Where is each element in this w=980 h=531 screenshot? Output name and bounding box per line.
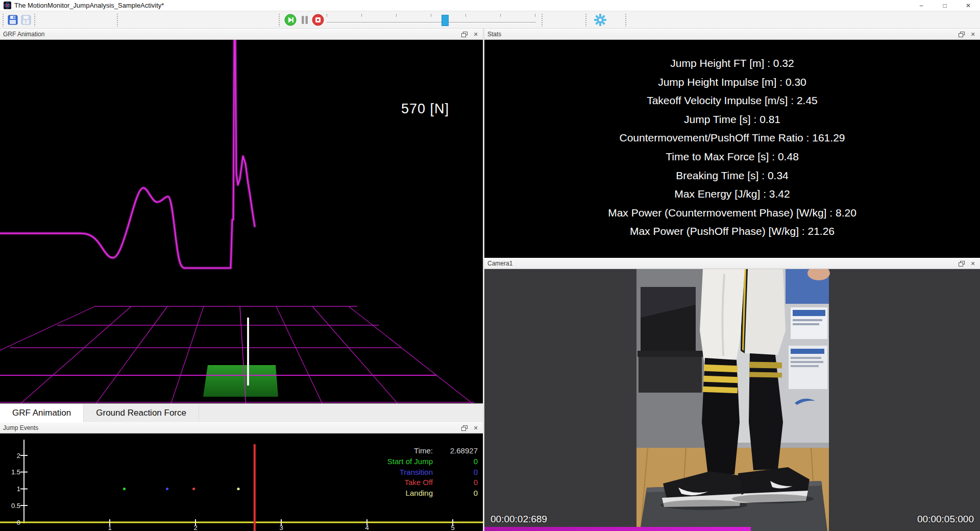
video-current-time: 00:00:02:689 (491, 514, 547, 525)
timeline-slider[interactable] (327, 22, 536, 23)
toolbar-grip[interactable] (541, 13, 543, 27)
play-button[interactable] (284, 13, 297, 27)
stat-line: Max Power (PushOff Phase) [W/kg] : 21.26 (484, 222, 980, 241)
x-tick-label: 1 (105, 524, 115, 531)
save-icon (8, 15, 18, 25)
force-plate (203, 365, 278, 397)
close-panel-icon[interactable]: ✕ (472, 30, 480, 38)
close-button[interactable]: ✕ (957, 0, 980, 11)
camera-video-frame (484, 269, 980, 531)
close-icon: ✕ (966, 2, 971, 9)
jump-events-panel-header: Jump Events ✕ (0, 422, 483, 433)
save-as-button[interactable]: ? (19, 13, 33, 27)
toolbar-grip[interactable] (2, 13, 4, 27)
tab-grf-animation[interactable]: GRF Animation (0, 404, 84, 422)
play-icon (284, 14, 297, 26)
stats-panel-title: Stats (487, 31, 501, 38)
force-readout: 570 [N] (401, 101, 449, 117)
legend-landing-label: Landing (351, 488, 433, 499)
svg-text:?: ? (24, 19, 27, 25)
video-progress-bar[interactable] (484, 527, 751, 531)
y-tick-label: 0 (4, 519, 20, 526)
stat-line: Breaking Time [s] : 0.34 (484, 166, 980, 185)
stat-line: Jump Height Impulse [m] : 0.30 (484, 73, 980, 92)
window-title: The MotionMonitor_JumpAnalysis_SampleAct… (14, 2, 164, 9)
float-panel-icon[interactable] (958, 30, 966, 38)
settings-button[interactable] (594, 13, 607, 27)
legend-transition-label: Transition (351, 467, 433, 478)
minimize-button[interactable]: – (910, 0, 933, 11)
tab-label: Ground Reaction Force (96, 408, 186, 418)
grf-panel-title: GRF Animation (3, 31, 44, 38)
gear-icon (594, 13, 607, 27)
timeline-slider-thumb[interactable] (442, 15, 449, 26)
save-as-icon: ? (21, 15, 31, 25)
y-tick-label: 0.5 (4, 502, 20, 510)
float-panel-icon[interactable] (460, 30, 469, 38)
y-tick-label: 2 (4, 452, 20, 460)
grf-tab-bar: GRF Animation Ground Reaction Force (0, 403, 483, 422)
title-bar: The MotionMonitor_JumpAnalysis_SampleAct… (0, 0, 980, 11)
toolbar-grip[interactable] (625, 13, 627, 27)
stat-line: Max Power (Countermovement Phase) [W/kg]… (484, 204, 980, 223)
camera-panel-header: Camera1 ✕ (484, 258, 980, 269)
tab-ground-reaction-force[interactable]: Ground Reaction Force (84, 404, 199, 422)
record-icon (312, 14, 324, 26)
toolbar-grip[interactable] (116, 13, 118, 27)
stats-display: Jump Height FT [m] : 0.32 Jump Height Im… (484, 40, 980, 258)
legend-take-off-value: 0 (433, 477, 478, 488)
save-button[interactable] (6, 13, 19, 27)
video-image (636, 269, 830, 531)
stat-line: Max Energy [J/kg] : 3.42 (484, 185, 980, 204)
x-tick-label: 2 (190, 524, 201, 531)
close-panel-icon[interactable]: ✕ (472, 424, 480, 432)
app-window: The MotionMonitor_JumpAnalysis_SampleAct… (0, 0, 980, 531)
minimize-icon: – (920, 2, 923, 9)
pause-button[interactable] (298, 13, 311, 27)
legend-start-of-jump-value: 0 (433, 456, 478, 467)
jump-events-legend: Time: 2.68927 Start of Jump 0 Transition… (351, 446, 478, 499)
stat-line: Jump Height FT [m] : 0.32 (484, 54, 980, 73)
x-tick-label: 3 (276, 524, 286, 531)
legend-start-of-jump-label: Start of Jump (351, 456, 433, 467)
legend-transition-value: 0 (433, 467, 478, 478)
float-panel-icon[interactable] (460, 424, 469, 432)
close-panel-icon[interactable]: ✕ (969, 259, 977, 268)
x-tick-label: 5 (448, 524, 458, 531)
camera-panel-title: Camera1 (487, 260, 512, 267)
x-tick-label: 4 (362, 524, 372, 531)
grf-3d-scene (0, 40, 483, 403)
video-total-time: 00:00:05:000 (917, 514, 974, 525)
event-marker-layer (123, 488, 240, 490)
stat-line: Jump Time [s] : 0.81 (484, 110, 980, 129)
stat-line: Countermovement/PushOff Time Ratio : 161… (484, 129, 980, 148)
grf-animation-viewport: 570 [N] (0, 40, 483, 403)
legend-time-value: 2.68927 (433, 446, 478, 456)
y-tick-label: 1.5 (4, 468, 20, 476)
main-toolbar: ? (0, 11, 980, 29)
maximize-button[interactable]: □ (933, 0, 957, 11)
toolbar-grip[interactable] (34, 13, 36, 27)
stat-line: Time to Max Force [s] : 0.48 (484, 148, 980, 166)
app-icon (4, 2, 11, 9)
event-marker-take-off (192, 488, 195, 490)
y-axis (20, 440, 28, 523)
grf-curve (0, 40, 255, 268)
camera-video-view: 00:00:02:689 00:00:05:000 (484, 269, 980, 531)
toolbar-grip[interactable] (278, 13, 280, 27)
grf-panel-header: GRF Animation ✕ (0, 29, 483, 40)
stat-line: Takeoff Velocity Impulse [m/s] : 2.45 (484, 91, 980, 110)
record-button[interactable] (311, 13, 325, 27)
float-panel-icon[interactable] (958, 259, 966, 268)
maximize-icon: □ (943, 2, 946, 9)
legend-landing-value: 0 (433, 488, 478, 499)
toolbar-grip[interactable] (585, 13, 587, 27)
stats-panel-header: Stats ✕ (484, 29, 980, 40)
close-panel-icon[interactable]: ✕ (969, 30, 977, 38)
jump-events-chart: 2 1.5 1 0.5 0 1 2 3 4 5 Time: 2.68927 St… (0, 433, 483, 531)
event-marker-landing (237, 488, 239, 490)
pause-icon (300, 15, 310, 25)
legend-time-label: Time: (351, 446, 433, 456)
event-marker-start-of-jump (123, 488, 126, 490)
event-marker-transition (166, 488, 168, 490)
